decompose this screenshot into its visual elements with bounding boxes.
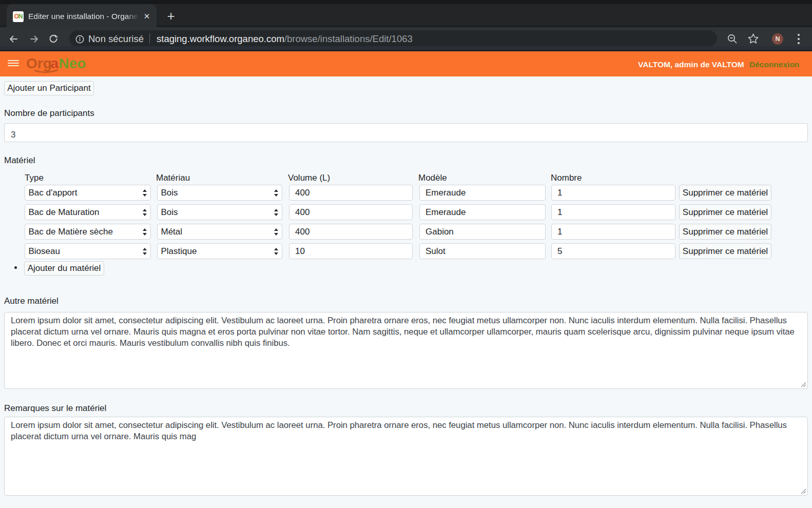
svg-text:Org: Org <box>26 55 52 71</box>
svg-text:Neo: Neo <box>59 55 86 71</box>
svg-text:a: a <box>51 55 59 71</box>
